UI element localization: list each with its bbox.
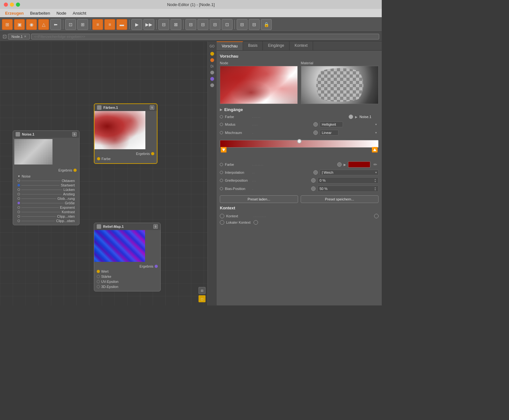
relief-staerke-port[interactable] — [97, 275, 100, 278]
window-controls[interactable] — [4, 3, 20, 7]
prop-clipp-nten-line — [21, 216, 56, 217]
render-bar-1[interactable]: ≡ — [92, 19, 103, 30]
layout2-button[interactable]: ⊟ — [249, 19, 260, 30]
filter-input[interactable] — [31, 34, 379, 39]
tool-1[interactable]: ⊡ — [65, 19, 76, 30]
close-button[interactable] — [4, 3, 8, 7]
nav-back-button[interactable]: ⬅ — [50, 19, 61, 30]
color-farbe-connector[interactable] — [337, 162, 342, 167]
relief-ergebnis-port[interactable] — [155, 265, 158, 268]
mischraum-dropdown[interactable]: Linear — [320, 130, 338, 136]
view3-button[interactable]: ⊟ — [210, 19, 220, 30]
greifer-radio[interactable] — [220, 179, 223, 182]
preset-save-button[interactable]: Preset speichern... — [301, 195, 379, 203]
gradient-handle-left[interactable]: 🔽 — [220, 147, 227, 153]
mini-nav-center[interactable]: ◻ — [199, 295, 206, 302]
bias-field[interactable]: 50 % ▲▼ — [317, 186, 379, 192]
select-poly-button[interactable]: △ — [38, 19, 49, 30]
interp-connector[interactable] — [313, 170, 318, 175]
eyedropper-button[interactable]: ✏ — [372, 161, 379, 168]
node-canvas[interactable]: Noise.1 S Ergebnis ▼ Noise — [0, 41, 216, 305]
menu-node[interactable]: Node — [54, 10, 69, 16]
mischraum-connector[interactable] — [313, 130, 318, 135]
add-node-button[interactable]: ⊞ — [2, 19, 13, 30]
play-fwd-button[interactable]: ▶▶ — [143, 19, 154, 30]
interp-dropdown[interactable]: ∫ Weich — [320, 170, 379, 175]
connector-dot-1[interactable] — [210, 52, 214, 56]
gradient-handle-right[interactable]: 🔼 — [372, 147, 378, 153]
tab-basis[interactable]: Basis — [243, 41, 263, 50]
noise-node[interactable]: Noise.1 S Ergebnis ▼ Noise — [13, 130, 80, 225]
bias-radio[interactable] — [220, 187, 223, 190]
layout1-button[interactable]: ⊟ — [237, 19, 248, 30]
menu-ansicht[interactable]: Ansicht — [70, 10, 89, 16]
minimize-button[interactable] — [10, 3, 14, 7]
mini-nav-zoom-out[interactable]: ⊟ — [199, 287, 206, 294]
relief-3d-port[interactable] — [97, 285, 100, 288]
connector-dot-3[interactable] — [210, 71, 214, 74]
connector-dot-2[interactable] — [210, 58, 214, 62]
render-bar-2[interactable]: ≡ — [104, 19, 115, 30]
relief-wert-port[interactable] — [97, 270, 100, 273]
relief-s-button[interactable]: S — [153, 224, 158, 229]
menu-erzeugen[interactable]: Erzeugen — [3, 10, 26, 16]
modus-dropdown[interactable]: Helligkeit — [320, 122, 343, 127]
play-button[interactable]: ▶ — [131, 19, 142, 30]
relief-uv-port[interactable] — [97, 280, 100, 283]
bias-connector[interactable] — [311, 186, 316, 191]
preset-load-button[interactable]: Preset laden... — [220, 195, 298, 203]
noise-s-button[interactable]: S — [72, 132, 77, 136]
kontext-checkbox-1[interactable] — [220, 214, 224, 218]
menu-bearbeiten[interactable]: Bearbeiten — [28, 10, 53, 16]
relief-node[interactable]: Relief-Map.1 S Ergebnis Wert Stärke — [94, 223, 161, 291]
farben-s-button[interactable]: S — [150, 105, 154, 110]
cam2-button[interactable]: ⊠ — [171, 19, 181, 30]
tab-kontext[interactable]: Kontext — [289, 41, 313, 50]
cam1-button[interactable]: ⊟ — [158, 19, 169, 30]
view2-button[interactable]: ⊟ — [198, 19, 208, 30]
prop-startwert: Startwert — [16, 183, 77, 187]
prop-groesse-line — [21, 203, 64, 203]
relief-body: Ergebnis Wert Stärke UV-Epsilon 3 — [94, 262, 160, 291]
color-farbe-radio[interactable] — [220, 163, 223, 166]
farbe-connector[interactable] — [349, 115, 353, 119]
tab-vorschau[interactable]: Vorschau — [217, 41, 243, 50]
node-tab[interactable]: Node.1 ✕ — [8, 34, 30, 39]
tab-icon[interactable]: ⊡ — [3, 33, 7, 39]
noise-node-header: Noise.1 S — [13, 131, 79, 138]
mischraum-radio[interactable] — [220, 131, 223, 134]
connector-dot-5[interactable] — [210, 83, 214, 87]
noise-ergebnis-port[interactable] — [73, 169, 77, 172]
farben-ergebnis-port[interactable] — [151, 152, 154, 155]
farben-node[interactable]: Färben.1 S Ergebnis Farbe — [94, 103, 157, 164]
modus-connector[interactable] — [313, 122, 318, 127]
select-rect-button[interactable]: ▣ — [14, 19, 25, 30]
kontext-check-out-2[interactable] — [254, 220, 258, 225]
render-bar-3[interactable]: ▬ — [116, 19, 127, 30]
maximize-button[interactable] — [16, 3, 20, 7]
farbe-radio[interactable] — [220, 115, 223, 118]
tool-2[interactable]: ⊞ — [77, 19, 88, 30]
modus-radio[interactable] — [220, 123, 223, 126]
farben-farbe-port[interactable] — [97, 157, 100, 160]
kontext-checkbox-2[interactable] — [220, 220, 224, 225]
kontext-check-out-1[interactable] — [374, 214, 379, 218]
color-swatch[interactable] — [348, 161, 370, 168]
farben-ergebnis-label: Ergebnis — [97, 152, 151, 156]
greifer-connector[interactable] — [311, 178, 316, 183]
prop-kontrast-label: Kontrast — [62, 210, 75, 214]
view1-button[interactable]: ⊟ — [185, 19, 196, 30]
gradient-knob-center[interactable] — [297, 139, 302, 144]
greifer-field[interactable]: 0 % ▲▼ — [317, 177, 379, 184]
interp-radio[interactable] — [220, 171, 223, 174]
select-circle-button[interactable]: ◉ — [26, 19, 37, 30]
node-tab-close[interactable]: ✕ — [24, 35, 26, 38]
gradient-bar[interactable] — [220, 140, 379, 148]
separator-1 — [63, 20, 63, 29]
view4-button[interactable]: ⊡ — [222, 19, 233, 30]
lock-button[interactable]: 🔒 — [261, 19, 272, 30]
gradient-bar-wrap[interactable]: 🔽 🔼 — [220, 140, 379, 150]
tab-eingaben[interactable]: Eingänge — [263, 41, 289, 50]
connector-dot-4[interactable] — [210, 77, 214, 81]
noise-section: ▼ Noise Oktaven Startwert — [16, 174, 77, 223]
